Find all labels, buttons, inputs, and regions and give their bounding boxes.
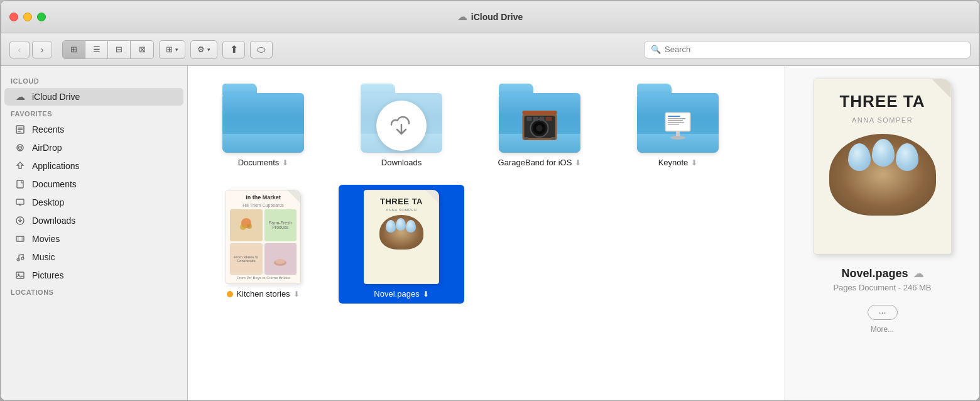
svg-rect-28 <box>552 137 555 140</box>
cloud-icon: ☁ <box>457 11 467 23</box>
file-item-novel[interactable]: THREE TA ANNA SOMPER Novel.pages ⬇ <box>339 185 464 304</box>
nest-egg-3 <box>896 143 918 171</box>
svg-point-16 <box>18 273 19 275</box>
forward-button[interactable]: › <box>32 41 52 58</box>
favorites-section-header: Favorites <box>1 106 187 120</box>
detail-title-text: THREE TA <box>839 92 925 111</box>
svg-rect-31 <box>668 116 680 117</box>
traffic-lights <box>9 13 46 21</box>
locations-section-header: Locations <box>1 285 187 299</box>
keynote-icon <box>659 107 697 145</box>
svg-rect-34 <box>668 122 684 123</box>
sidebar-item-downloads[interactable]: Downloads <box>4 212 183 229</box>
sidebar-item-movies[interactable]: Movies <box>4 230 183 248</box>
finder-window: ☁ iCloud Drive ‹ › ⊞ ☰ ⊟ ⊠ <box>0 0 980 401</box>
back-button[interactable]: ‹ <box>9 41 30 58</box>
svg-point-39 <box>240 224 246 230</box>
garageband-cloud-icon: ⬇ <box>575 158 581 167</box>
back-icon: ‹ <box>18 45 21 55</box>
downloads-icon <box>14 215 26 226</box>
column-view-button[interactable]: ⊟ <box>108 41 131 58</box>
sidebar-music-label: Music <box>32 252 55 262</box>
more-button[interactable]: ··· <box>868 305 898 320</box>
search-bar[interactable]: 🔍 <box>644 41 971 58</box>
svg-rect-7 <box>17 180 23 188</box>
svg-rect-25 <box>546 117 552 121</box>
cloud-download-overlay <box>376 101 427 151</box>
sidebar-item-airdrop[interactable]: AirDrop <box>4 139 183 157</box>
sidebar-icloud-drive-label: iCloud Drive <box>32 92 80 102</box>
sidebar-item-music[interactable]: Music <box>4 248 183 266</box>
toolbar: ‹ › ⊞ ☰ ⊟ ⊠ ⊞ ▾ <box>1 33 979 66</box>
arrange-button[interactable]: ⊞ ▾ <box>160 41 185 58</box>
search-icon: 🔍 <box>651 45 661 54</box>
music-icon <box>14 251 26 263</box>
search-input[interactable] <box>665 45 964 54</box>
documents-cloud-icon: ⬇ <box>282 158 288 167</box>
detail-panel: THREE TA ANNA SOMPER Novel.pages ☁ Pages… <box>785 66 979 400</box>
sidebar-pictures-label: Pictures <box>32 270 64 280</box>
sidebar-item-desktop[interactable]: Desktop <box>4 194 183 211</box>
sidebar-item-pictures[interactable]: Pictures <box>4 266 183 284</box>
svg-rect-24 <box>540 117 545 121</box>
sidebar-item-recents[interactable]: Recents <box>4 121 183 138</box>
sidebar-item-icloud-drive[interactable]: ☁ iCloud Drive <box>4 88 183 106</box>
svg-rect-26 <box>523 111 557 114</box>
detail-filename: Novel.pages ☁ <box>841 267 923 280</box>
gallery-view-button[interactable]: ⊠ <box>131 41 153 58</box>
svg-point-42 <box>275 259 285 264</box>
sidebar-item-applications[interactable]: Applications <box>4 157 183 175</box>
novel-thumbnail: THREE TA ANNA SOMPER <box>364 190 439 284</box>
sidebar: iCloud ☁ iCloud Drive Favorites Recents <box>1 66 188 400</box>
detail-preview: THREE TA ANNA SOMPER <box>814 79 952 255</box>
svg-rect-12 <box>22 236 23 241</box>
view-buttons: ⊞ ☰ ⊟ ⊠ <box>62 40 154 59</box>
novel-small-title: THREE TA <box>380 197 423 206</box>
icon-view-button[interactable]: ⊞ <box>63 41 85 58</box>
nav-buttons: ‹ › <box>9 41 52 58</box>
gear-button[interactable]: ⚙ ▾ <box>191 41 217 58</box>
egg-2 <box>396 218 406 231</box>
gallery-icon: ⊠ <box>139 45 146 54</box>
file-item-downloads[interactable]: Downloads <box>339 79 464 172</box>
detail-filename-text: Novel.pages <box>841 267 908 280</box>
garageband-label: GarageBand for iOS ⬇ <box>498 158 582 167</box>
svg-rect-11 <box>18 236 19 241</box>
minimize-button[interactable] <box>23 13 32 21</box>
file-item-garageband[interactable]: GarageBand for iOS ⬇ <box>477 79 602 172</box>
sidebar-documents-label: Documents <box>32 179 77 189</box>
window-title: iCloud Drive <box>471 12 523 22</box>
detail-author-text: ANNA SOMPER <box>852 116 913 124</box>
share-button[interactable]: ⬆ <box>222 41 245 58</box>
svg-rect-3 <box>18 131 21 132</box>
novel-label-text: Novel.pages <box>374 289 419 299</box>
documents-icon <box>14 179 26 190</box>
sidebar-airdrop-label: AirDrop <box>32 143 62 153</box>
forward-icon: › <box>41 45 44 55</box>
file-item-keynote[interactable]: Keynote ⬇ <box>615 79 741 172</box>
sidebar-downloads-label: Downloads <box>32 216 75 226</box>
file-item-documents[interactable]: Documents ⬇ <box>200 79 326 172</box>
novel-label: Novel.pages ⬇ <box>374 289 428 299</box>
more-label: More... <box>871 325 894 334</box>
svg-rect-36 <box>676 131 680 136</box>
kitchen-stories-thumbnail: In the Market Hill Them Cupboards Farm-F <box>226 190 301 284</box>
maximize-button[interactable] <box>37 13 46 21</box>
keynote-folder-icon <box>637 84 719 153</box>
novel-small-author: ANNA SOMPER <box>386 208 417 212</box>
svg-rect-1 <box>18 128 23 129</box>
gear-arrow: ▾ <box>207 47 210 53</box>
sidebar-desktop-label: Desktop <box>32 197 64 207</box>
close-button[interactable] <box>9 13 18 21</box>
tag-button[interactable]: ⬭ <box>250 41 273 58</box>
movies-icon <box>14 233 26 244</box>
file-item-kitchen-stories[interactable]: In the Market Hill Them Cupboards Farm-F <box>200 185 326 304</box>
sidebar-item-documents[interactable]: Documents <box>4 175 183 193</box>
list-view-button[interactable]: ☰ <box>85 41 108 58</box>
egg-3 <box>406 220 416 233</box>
downloads-folder-label: Downloads <box>381 158 422 167</box>
sidebar-movies-label: Movies <box>32 234 60 244</box>
svg-rect-8 <box>16 199 24 204</box>
column-icon: ⊟ <box>116 45 122 54</box>
svg-rect-23 <box>533 117 538 121</box>
